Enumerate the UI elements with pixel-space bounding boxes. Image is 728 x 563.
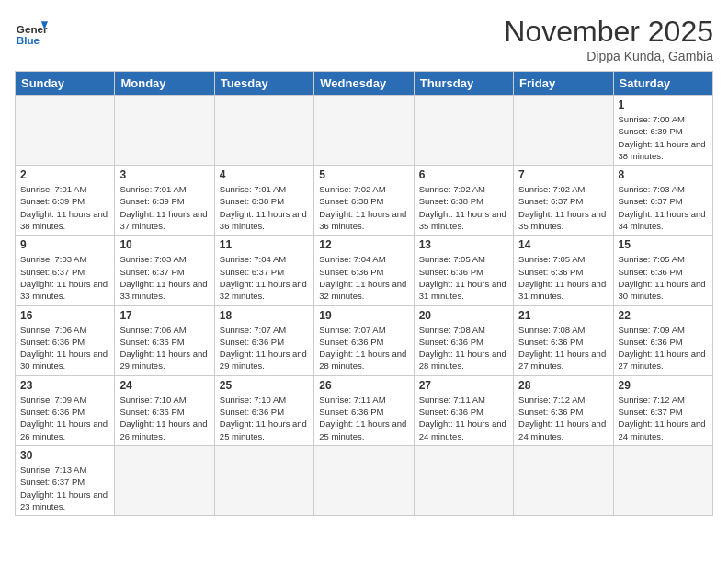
day-number: 29	[619, 379, 708, 392]
table-row: 7Sunrise: 7:02 AMSunset: 6:37 PMDaylight…	[514, 166, 613, 236]
table-row	[514, 96, 613, 166]
day-number: 22	[619, 309, 708, 322]
svg-text:Blue: Blue	[17, 34, 40, 46]
day-info: Sunrise: 7:10 AMSunset: 6:36 PMDaylight:…	[220, 394, 309, 442]
day-number: 15	[619, 238, 708, 251]
day-info: Sunrise: 7:02 AMSunset: 6:38 PMDaylight:…	[319, 183, 408, 232]
table-row: 24Sunrise: 7:10 AMSunset: 6:36 PMDayligh…	[115, 375, 214, 445]
day-number: 28	[518, 379, 608, 392]
day-info: Sunrise: 7:01 AMSunset: 6:39 PMDaylight:…	[20, 183, 109, 232]
table-row: 19Sunrise: 7:07 AMSunset: 6:36 PMDayligh…	[314, 305, 414, 375]
table-row: 8Sunrise: 7:03 AMSunset: 6:37 PMDaylight…	[613, 166, 712, 236]
day-info: Sunrise: 7:05 AMSunset: 6:36 PMDaylight:…	[419, 253, 508, 302]
day-number: 20	[419, 309, 508, 322]
day-number: 18	[220, 309, 309, 322]
day-info: Sunrise: 7:07 AMSunset: 6:36 PMDaylight:…	[319, 324, 408, 373]
day-number: 2	[20, 168, 109, 181]
day-info: Sunrise: 7:02 AMSunset: 6:38 PMDaylight:…	[419, 183, 508, 232]
day-info: Sunrise: 7:10 AMSunset: 6:36 PMDaylight:…	[119, 394, 209, 442]
table-row: 4Sunrise: 7:01 AMSunset: 6:38 PMDaylight…	[214, 166, 313, 236]
table-row: 30Sunrise: 7:13 AMSunset: 6:37 PMDayligh…	[16, 445, 115, 515]
table-row: 2Sunrise: 7:01 AMSunset: 6:39 PMDaylight…	[16, 166, 115, 236]
day-number: 7	[518, 168, 608, 181]
table-row	[115, 96, 214, 166]
table-row: 10Sunrise: 7:03 AMSunset: 6:37 PMDayligh…	[115, 236, 214, 305]
table-row: 22Sunrise: 7:09 AMSunset: 6:36 PMDayligh…	[613, 305, 712, 375]
day-info: Sunrise: 7:03 AMSunset: 6:37 PMDaylight:…	[20, 253, 109, 302]
day-info: Sunrise: 7:04 AMSunset: 6:37 PMDaylight:…	[220, 253, 309, 302]
header-thursday: Thursday	[414, 72, 513, 96]
day-info: Sunrise: 7:09 AMSunset: 6:36 PMDaylight:…	[619, 324, 708, 373]
table-row	[314, 96, 414, 166]
day-info: Sunrise: 7:00 AMSunset: 6:39 PMDaylight:…	[619, 113, 708, 162]
table-row: 15Sunrise: 7:05 AMSunset: 6:36 PMDayligh…	[613, 236, 712, 305]
day-number: 9	[20, 238, 109, 251]
day-info: Sunrise: 7:08 AMSunset: 6:36 PMDaylight:…	[419, 324, 508, 373]
header-wednesday: Wednesday	[314, 72, 414, 96]
table-row: 27Sunrise: 7:11 AMSunset: 6:36 PMDayligh…	[414, 375, 513, 445]
day-number: 24	[119, 379, 209, 392]
day-info: Sunrise: 7:11 AMSunset: 6:36 PMDaylight:…	[319, 394, 408, 442]
day-info: Sunrise: 7:06 AMSunset: 6:36 PMDaylight:…	[20, 324, 109, 373]
day-number: 16	[20, 309, 109, 322]
calendar-table: Sunday Monday Tuesday Wednesday Thursday…	[15, 71, 713, 516]
day-info: Sunrise: 7:12 AMSunset: 6:37 PMDaylight:…	[619, 394, 708, 442]
day-number: 26	[319, 379, 408, 392]
table-row: 13Sunrise: 7:05 AMSunset: 6:36 PMDayligh…	[414, 236, 513, 305]
table-row: 21Sunrise: 7:08 AMSunset: 6:36 PMDayligh…	[514, 305, 613, 375]
day-number: 13	[419, 238, 508, 251]
day-info: Sunrise: 7:07 AMSunset: 6:36 PMDaylight:…	[220, 324, 309, 373]
title-block: November 2025 Dippa Kunda, Gambia	[504, 15, 713, 63]
day-info: Sunrise: 7:03 AMSunset: 6:37 PMDaylight:…	[619, 183, 708, 232]
day-number: 1	[619, 98, 708, 111]
day-number: 19	[319, 309, 408, 322]
day-number: 8	[619, 168, 708, 181]
table-row	[414, 96, 513, 166]
table-row: 25Sunrise: 7:10 AMSunset: 6:36 PMDayligh…	[214, 375, 313, 445]
logo: General Blue	[15, 15, 48, 48]
day-number: 21	[518, 309, 608, 322]
day-info: Sunrise: 7:02 AMSunset: 6:37 PMDaylight:…	[518, 183, 608, 232]
day-number: 12	[319, 238, 408, 251]
day-info: Sunrise: 7:05 AMSunset: 6:36 PMDaylight:…	[619, 253, 708, 302]
table-row: 5Sunrise: 7:02 AMSunset: 6:38 PMDaylight…	[314, 166, 414, 236]
table-row	[514, 445, 613, 515]
table-row	[613, 445, 712, 515]
table-row: 9Sunrise: 7:03 AMSunset: 6:37 PMDaylight…	[16, 236, 115, 305]
day-info: Sunrise: 7:09 AMSunset: 6:36 PMDaylight:…	[20, 394, 109, 442]
day-info: Sunrise: 7:01 AMSunset: 6:39 PMDaylight:…	[119, 183, 209, 232]
day-number: 3	[119, 168, 209, 181]
table-row: 29Sunrise: 7:12 AMSunset: 6:37 PMDayligh…	[613, 375, 712, 445]
table-row: 17Sunrise: 7:06 AMSunset: 6:36 PMDayligh…	[115, 305, 214, 375]
table-row: 11Sunrise: 7:04 AMSunset: 6:37 PMDayligh…	[214, 236, 313, 305]
day-number: 6	[419, 168, 508, 181]
day-info: Sunrise: 7:08 AMSunset: 6:36 PMDaylight:…	[518, 324, 608, 373]
day-number: 27	[419, 379, 508, 392]
day-info: Sunrise: 7:11 AMSunset: 6:36 PMDaylight:…	[419, 394, 508, 442]
table-row: 6Sunrise: 7:02 AMSunset: 6:38 PMDaylight…	[414, 166, 513, 236]
header-sunday: Sunday	[16, 72, 115, 96]
table-row	[414, 445, 513, 515]
day-number: 4	[220, 168, 309, 181]
month-title: November 2025	[504, 15, 713, 49]
day-number: 5	[319, 168, 408, 181]
day-info: Sunrise: 7:12 AMSunset: 6:36 PMDaylight:…	[518, 394, 608, 442]
header-saturday: Saturday	[613, 72, 712, 96]
table-row	[115, 445, 214, 515]
day-number: 30	[20, 449, 109, 462]
day-info: Sunrise: 7:05 AMSunset: 6:36 PMDaylight:…	[518, 253, 608, 302]
day-info: Sunrise: 7:13 AMSunset: 6:37 PMDaylight:…	[20, 464, 109, 512]
table-row: 12Sunrise: 7:04 AMSunset: 6:36 PMDayligh…	[314, 236, 414, 305]
day-number: 25	[220, 379, 309, 392]
table-row	[214, 445, 313, 515]
table-row	[214, 96, 313, 166]
table-row: 3Sunrise: 7:01 AMSunset: 6:39 PMDaylight…	[115, 166, 214, 236]
page-header: General Blue November 2025 Dippa Kunda, …	[15, 15, 713, 63]
day-info: Sunrise: 7:04 AMSunset: 6:36 PMDaylight:…	[319, 253, 408, 302]
day-number: 11	[220, 238, 309, 251]
weekday-header-row: Sunday Monday Tuesday Wednesday Thursday…	[16, 72, 713, 96]
day-number: 17	[119, 309, 209, 322]
header-tuesday: Tuesday	[214, 72, 313, 96]
day-info: Sunrise: 7:01 AMSunset: 6:38 PMDaylight:…	[220, 183, 309, 232]
logo-icon: General Blue	[15, 15, 48, 48]
